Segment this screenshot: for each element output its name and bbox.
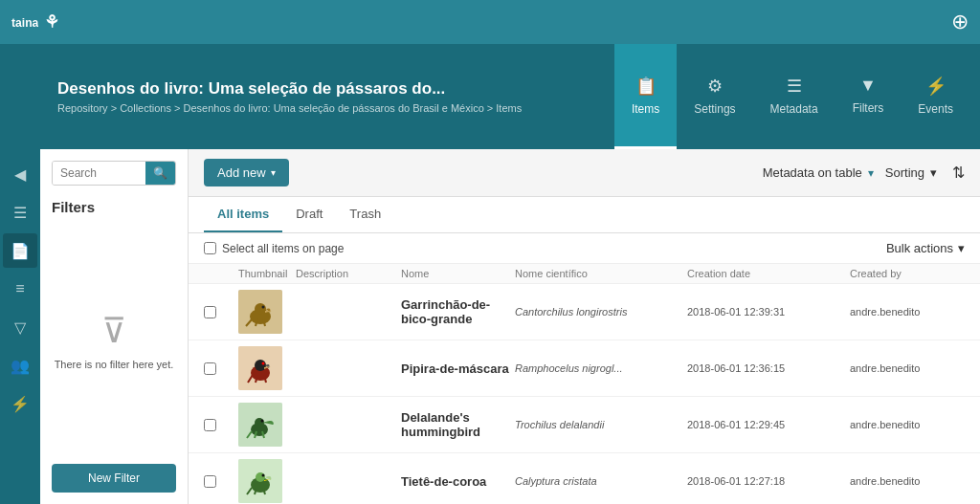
row-thumbnail: [238, 346, 282, 390]
sorting-chevron-icon: ▾: [930, 165, 937, 180]
sidebar-users-btn[interactable]: 👥: [3, 348, 37, 383]
app-logo: tainacan ⚘: [11, 9, 59, 35]
filters-tab-label: Filters: [853, 101, 884, 115]
events-tab-label: Events: [918, 102, 953, 116]
page-title: Desenhos do livro: Uma seleção de pássar…: [57, 79, 522, 99]
table-row: Pipira-de-máscara Ramphocelus nigrogl...…: [189, 340, 980, 397]
row-name[interactable]: Pipira-de-máscara: [401, 362, 515, 376]
breadcrumb-current: Items: [496, 102, 522, 114]
settings-tab-icon: ⚙: [707, 76, 723, 97]
row-creation-date: 2018-06-01 12:36:15: [687, 362, 850, 374]
tab-filters[interactable]: ▼ Filters: [835, 44, 902, 149]
col-header-name: Nome: [401, 268, 515, 279]
row-name[interactable]: Tietê-de-coroa: [401, 474, 515, 489]
select-all-label[interactable]: Select all items on page: [204, 242, 886, 255]
wordpress-icon[interactable]: ⊕: [951, 10, 969, 34]
row-sci-name: Cantorchilus longirostris: [515, 306, 687, 318]
tab-all-items[interactable]: All items: [204, 197, 282, 232]
filters-panel: 🔍 Filters ⊽ There is no filter here yet.…: [40, 149, 189, 504]
row-checkbox[interactable]: [204, 475, 238, 488]
sort-order-icon[interactable]: ⇅: [952, 164, 965, 182]
row-checkbox[interactable]: [204, 362, 238, 375]
sidebar-filters-btn[interactable]: ▽: [3, 310, 37, 344]
row-sci-name: Ramphocelus nigrogl...: [515, 362, 687, 374]
col-header-sci-name: Nome científico: [515, 268, 687, 279]
metadata-dropdown-chevron-icon: ▾: [868, 166, 874, 180]
tab-settings[interactable]: ⚙ Settings: [677, 44, 752, 149]
row-creation-date: 2018-06-01 12:39:31: [687, 306, 850, 318]
sorting-label: Sorting: [885, 165, 924, 180]
header-nav: Desenhos do livro: Uma seleção de pássar…: [0, 44, 980, 149]
row-select-checkbox[interactable]: [204, 362, 216, 375]
svg-point-12: [261, 420, 264, 423]
new-filter-button[interactable]: New Filter: [52, 464, 176, 493]
row-checkbox[interactable]: [204, 419, 238, 431]
tab-draft[interactable]: Draft: [282, 197, 336, 232]
add-new-label: Add new: [217, 165, 266, 180]
table-header-row: Select all items on page Bulk actions ▾: [189, 233, 980, 264]
row-created-by: andre.benedito: [850, 475, 965, 487]
row-select-checkbox[interactable]: [204, 475, 216, 488]
header-left: Desenhos do livro: Uma seleção de pássar…: [57, 44, 522, 149]
col-header-thumbnail: Thumbnail: [238, 268, 296, 279]
col-header-creation-date: Creation date: [687, 268, 850, 279]
table-row: Tietê-de-coroa Calyptura cristata 2018-0…: [189, 453, 980, 504]
content-tabs: All items Draft Trash: [189, 197, 980, 233]
svg-point-15: [256, 472, 265, 482]
row-creation-date: 2018-06-01 12:29:45: [687, 419, 850, 430]
breadcrumb-repository[interactable]: Repository: [57, 102, 108, 114]
search-button[interactable]: 🔍: [145, 162, 175, 185]
sidebar-metadata-btn[interactable]: ≡: [3, 272, 37, 306]
svg-text:tainacan: tainacan: [11, 16, 38, 30]
table-row: Delalande's hummingbird Trochilus delala…: [189, 397, 980, 453]
sidebar-collapse-btn[interactable]: ◀: [3, 157, 37, 191]
sidebar-list-btn[interactable]: ☰: [3, 195, 37, 230]
topbar: tainacan ⚘ ⊕: [0, 0, 980, 44]
tab-events[interactable]: ⚡ Events: [901, 44, 970, 149]
select-all-checkbox[interactable]: [204, 242, 216, 254]
icon-sidebar: ◀ ☰ 📄 ≡ ▽ 👥 ⚡: [0, 149, 40, 504]
filter-funnel-icon: ⊽: [101, 311, 126, 351]
search-input[interactable]: [53, 162, 145, 185]
row-thumbnail: [238, 403, 282, 447]
breadcrumb: Repository > Collections > Desenhos do l…: [57, 102, 522, 114]
metadata-on-table-dropdown[interactable]: Metadata on table ▾: [763, 165, 874, 180]
sidebar-items-btn[interactable]: 📄: [3, 233, 37, 268]
settings-tab-label: Settings: [694, 102, 735, 116]
filter-empty-message: There is no filter here yet.: [55, 359, 174, 370]
row-thumbnail: [238, 459, 282, 503]
metadata-dropdown-label: Metadata on table: [763, 165, 862, 180]
row-thumbnail: [238, 290, 282, 334]
items-tab-label: Items: [632, 102, 659, 116]
sorting-dropdown[interactable]: Sorting ▾: [885, 165, 937, 180]
add-new-button[interactable]: Add new ▾: [204, 159, 289, 186]
items-tab-icon: 📋: [635, 76, 657, 97]
table-rows-container: Garrinchão-de-bico-grande Cantorchilus l…: [189, 284, 980, 504]
nav-tabs: 📋 Items ⚙ Settings ☰ Metadata ▼ Filters …: [614, 44, 970, 149]
items-table: Select all items on page Bulk actions ▾ …: [189, 233, 980, 504]
logo-icon: ⚘: [44, 11, 59, 33]
select-all-text: Select all items on page: [222, 242, 344, 255]
row-checkbox[interactable]: [204, 306, 238, 318]
breadcrumb-collection[interactable]: Desenhos do livro: Uma seleção de pássar…: [183, 102, 483, 114]
metadata-tab-label: Metadata: [770, 102, 818, 116]
svg-point-11: [255, 418, 264, 427]
breadcrumb-collections[interactable]: Collections: [120, 102, 171, 114]
bulk-actions-button[interactable]: Bulk actions ▾: [886, 241, 965, 255]
main-layout: ◀ ☰ 📄 ≡ ▽ 👥 ⚡ 🔍 Filters ⊽ There is no fi…: [0, 149, 980, 504]
row-created-by: andre.benedito: [850, 306, 965, 318]
row-name[interactable]: Garrinchão-de-bico-grande: [401, 297, 515, 326]
row-select-checkbox[interactable]: [204, 306, 216, 318]
tab-trash[interactable]: Trash: [336, 197, 394, 232]
sidebar-events-btn[interactable]: ⚡: [3, 386, 37, 421]
col-header-description: Description: [296, 268, 401, 279]
row-sci-name: Calyptura cristata: [515, 475, 687, 487]
tab-metadata[interactable]: ☰ Metadata: [753, 44, 835, 149]
svg-point-4: [262, 306, 265, 309]
row-select-checkbox[interactable]: [204, 419, 216, 431]
tab-items[interactable]: 📋 Items: [614, 44, 677, 149]
table-column-headers: Thumbnail Description Nome Nome científi…: [189, 264, 980, 284]
row-name[interactable]: Delalande's hummingbird: [401, 410, 515, 439]
add-new-arrow-icon: ▾: [271, 167, 276, 178]
content-area: Add new ▾ Metadata on table ▾ Sorting ▾ …: [189, 149, 980, 504]
